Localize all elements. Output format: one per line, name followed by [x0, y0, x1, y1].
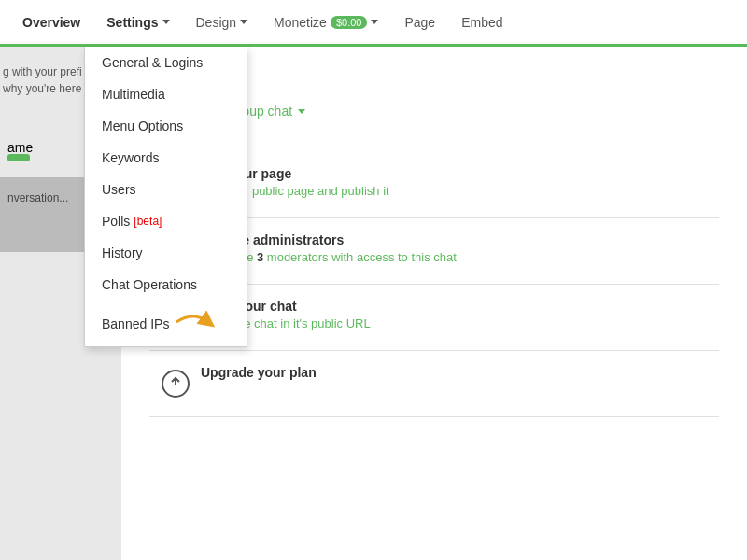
dropdown-banned-ips[interactable]: Banned IPs: [85, 301, 247, 346]
dropdown-chat-operations[interactable]: Chat Operations: [85, 269, 247, 301]
left-panel-name-label: ame: [7, 140, 33, 155]
nav-settings[interactable]: Settings: [93, 0, 182, 46]
dropdown-menu-options[interactable]: Menu Options: [85, 110, 247, 142]
action-edit-page-title: Edit your page: [201, 166, 719, 181]
monetize-caret-icon: [371, 20, 378, 24]
action-open-chat-desc: Open the chat in it's public URL: [201, 316, 719, 330]
nav-monetize[interactable]: Monetize $0.00: [261, 0, 391, 46]
action-upgrade-plan-text: Upgrade your plan: [201, 365, 719, 383]
action-upgrade-plan-title: Upgrade your plan: [201, 365, 719, 380]
action-manage-admins-desc: There are 3 moderators with access to th…: [201, 250, 719, 264]
action-manage-admins-text: Manage administrators There are 3 modera…: [201, 232, 719, 264]
nav-design[interactable]: Design: [183, 0, 261, 46]
action-manage-admins-title: Manage administrators: [201, 232, 719, 247]
dropdown-users[interactable]: Users: [85, 174, 247, 205]
action-open-chat-text: Open your chat Open the chat in it's pub…: [201, 299, 719, 330]
design-caret-icon: [240, 20, 247, 24]
left-panel-conversation: nversation...: [7, 191, 68, 204]
nav-embed[interactable]: Embed: [448, 0, 515, 46]
settings-dropdown: General & Logins Multimedia Menu Options…: [84, 47, 247, 347]
action-edit-page-text: Edit your page Edit your public page and…: [201, 166, 719, 198]
upgrade-icon: [149, 365, 201, 402]
chat-type-caret-icon: [298, 109, 305, 114]
action-upgrade-plan: Upgrade your plan: [149, 351, 719, 417]
dropdown-general-logins[interactable]: General & Logins: [85, 47, 247, 78]
nav-page[interactable]: Page: [391, 0, 448, 46]
banned-ips-arrow-icon: [175, 309, 212, 338]
settings-caret-icon: [162, 20, 170, 24]
dropdown-keywords[interactable]: Keywords: [85, 142, 247, 174]
left-panel-green-btn[interactable]: [7, 154, 30, 161]
action-edit-page-desc: Edit your public page and publish it: [201, 184, 719, 198]
dropdown-multimedia[interactable]: Multimedia: [85, 78, 247, 110]
nav-overview[interactable]: Overview: [9, 0, 93, 47]
action-open-chat-title: Open your chat: [201, 299, 719, 314]
top-navigation: Overview Settings Design Monetize $0.00 …: [0, 0, 747, 47]
polls-beta-tag: [beta]: [134, 215, 162, 228]
monetize-badge: $0.00: [331, 16, 368, 29]
dropdown-history[interactable]: History: [85, 237, 247, 269]
dropdown-polls[interactable]: Polls [beta]: [85, 205, 247, 237]
